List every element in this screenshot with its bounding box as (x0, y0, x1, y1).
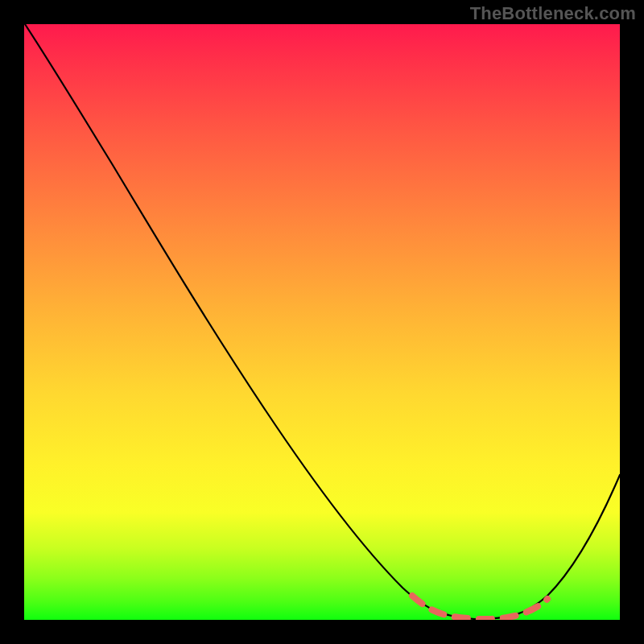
watermark-text: TheBottleneck.com (470, 3, 636, 24)
chart-frame: TheBottleneck.com (0, 0, 644, 644)
optimal-range-curve (412, 596, 547, 619)
plot-area (24, 24, 620, 620)
curve-layer (24, 24, 620, 620)
bottleneck-curve (25, 24, 620, 619)
